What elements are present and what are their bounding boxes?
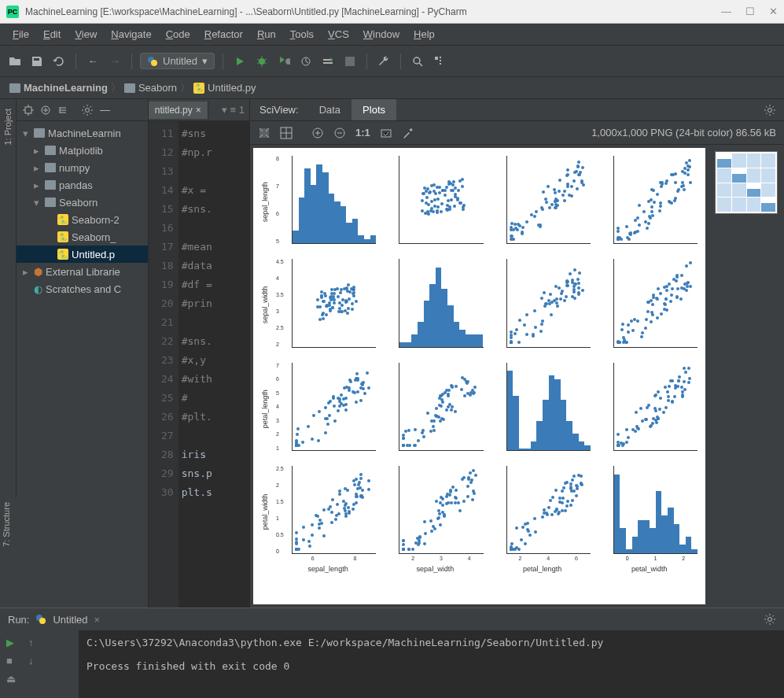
profile-icon[interactable] (297, 53, 315, 70)
run-button[interactable] (231, 53, 248, 70)
fit-icon[interactable] (258, 127, 271, 139)
editor-tab-label: ntitled.py (155, 105, 193, 116)
tree-label: Seaborn (59, 197, 98, 209)
menu-vcs[interactable]: VCS (322, 27, 355, 42)
stop-button[interactable] (341, 53, 359, 70)
hide-icon[interactable]: — (100, 104, 110, 116)
breadcrumb-item[interactable]: MachineLearning (9, 82, 108, 94)
gear-icon[interactable] (764, 613, 776, 626)
refresh-icon[interactable] (50, 53, 68, 70)
code-area[interactable]: #sns #np.r #x = #sns. #mean #data #df = … (179, 121, 249, 608)
forward-icon[interactable]: → (106, 53, 123, 70)
run-tool-window: Run: Untitled × ▶ ■ ⏏ ↑ ↓ C:\Users\37292… (0, 608, 784, 698)
grid-icon[interactable] (280, 127, 293, 139)
tree-node[interactable]: ▸pandas (17, 176, 148, 194)
x-axis-label: sepal_width (383, 565, 487, 585)
menu-navigate[interactable]: Navigate (105, 27, 157, 42)
tree-label: Scratches and C (46, 283, 121, 295)
svg-point-15 (768, 108, 772, 112)
menu-edit[interactable]: Edit (37, 27, 67, 42)
structure-tab[interactable]: 7: Structure (0, 497, 13, 552)
project-tab[interactable]: 1: Project (2, 102, 14, 151)
down-icon[interactable]: ↓ (28, 655, 34, 667)
menu-view[interactable]: View (68, 27, 103, 42)
tree-label: MachineLearnin (48, 127, 121, 139)
tree-label: pandas (59, 179, 93, 191)
tree-node[interactable]: 🐍Seaborn-2 (17, 211, 148, 228)
close-run-tab-icon[interactable]: × (94, 614, 101, 626)
python-icon (147, 56, 158, 67)
plot-cell: 8765 (276, 152, 380, 252)
plot-cell (383, 255, 487, 355)
color-picker-icon[interactable] (402, 127, 414, 139)
svg-rect-10 (440, 60, 441, 61)
stop-button[interactable]: ■ (6, 655, 16, 667)
breadcrumb-item[interactable]: Seaborn (124, 82, 177, 94)
minimize-button[interactable]: — (721, 6, 731, 17)
tree-node[interactable]: 🐍Untitled.p (17, 246, 148, 263)
target-icon[interactable] (23, 105, 34, 116)
maximize-button[interactable]: ☐ (745, 6, 755, 17)
menu-tools[interactable]: Tools (284, 27, 320, 42)
y-axis-label: sepal_length (257, 152, 273, 252)
debug-button[interactable] (253, 53, 271, 70)
open-icon[interactable] (6, 53, 24, 70)
plot-thumbnail[interactable] (715, 151, 778, 214)
tree-node[interactable]: ◐Scratches and C (17, 280, 148, 297)
exit-button[interactable]: ⏏ (6, 673, 16, 685)
folder-icon (34, 128, 45, 138)
tab-data[interactable]: Data (308, 99, 352, 120)
tree-node[interactable]: 🐍Seaborn_ (17, 228, 148, 246)
tree-label: Matplotlib (59, 145, 103, 157)
svg-rect-12 (25, 107, 31, 113)
wrench-icon[interactable] (375, 53, 392, 70)
project-tree[interactable]: ▾MachineLearnin▸Matplotlib▸numpy▸pandas▾… (17, 121, 148, 301)
run-config-selector[interactable]: Untitled ▾ (140, 53, 215, 69)
close-tab-icon[interactable]: × (196, 105, 201, 116)
tree-label: External Librarie (46, 266, 120, 278)
zoom-actual-label[interactable]: 1:1 (355, 127, 370, 138)
breadcrumb-item[interactable]: 🐍Untitled.py (193, 82, 256, 94)
editor-more-icon[interactable]: ▾ ≡ 1 (217, 104, 249, 116)
plot-canvas[interactable]: sepal_length8765sepal_width4.543.532.52p… (253, 148, 705, 604)
y-axis-label: sepal_width (257, 255, 273, 355)
gear-icon[interactable] (764, 104, 776, 116)
expand-all-icon[interactable] (40, 105, 51, 116)
python-icon (35, 614, 46, 625)
structure-icon[interactable] (431, 53, 448, 70)
tree-node[interactable]: ▸Matplotlib (17, 142, 148, 159)
editor-tab[interactable]: ntitled.py × (149, 102, 208, 119)
tree-node[interactable]: ▾MachineLearnin (17, 124, 148, 142)
search-icon[interactable] (409, 53, 426, 70)
tree-node[interactable]: ▾Seaborn (17, 194, 148, 211)
console-output[interactable]: C:\Users\37292\Anaconda3\python.exe E:/w… (79, 630, 784, 698)
svg-rect-8 (435, 57, 438, 60)
tree-node[interactable]: ▸numpy (17, 159, 148, 176)
svg-point-24 (768, 618, 772, 622)
export-icon[interactable] (380, 127, 392, 139)
menu-file[interactable]: File (6, 27, 35, 42)
rerun-button[interactable]: ▶ (6, 637, 16, 648)
menu-run[interactable]: Run (251, 27, 282, 42)
zoom-out-icon[interactable] (333, 127, 346, 139)
tab-plots[interactable]: Plots (352, 99, 396, 120)
sciview-label: SciView: (250, 104, 308, 116)
up-icon[interactable]: ↑ (28, 637, 34, 648)
run-coverage-icon[interactable] (275, 53, 293, 70)
attach-icon[interactable] (319, 53, 337, 70)
menu-refactor[interactable]: Refactor (198, 27, 249, 42)
x-axis-label: sepal_length (276, 565, 380, 585)
menu-code[interactable]: Code (160, 27, 197, 42)
collapse-all-icon[interactable] (57, 105, 68, 116)
gear-icon[interactable] (81, 104, 94, 116)
back-icon[interactable]: ← (84, 53, 101, 70)
close-button[interactable]: ✕ (769, 6, 778, 17)
save-icon[interactable] (28, 53, 46, 70)
plot-cell: 234 (383, 462, 487, 562)
tree-node[interactable]: ▸⬢External Librarie (17, 263, 148, 280)
python-icon: 🐍 (193, 83, 204, 94)
zoom-in-icon[interactable] (311, 127, 324, 139)
menu-help[interactable]: Help (407, 27, 441, 42)
svg-point-7 (414, 57, 420, 64)
menu-window[interactable]: Window (357, 27, 406, 42)
